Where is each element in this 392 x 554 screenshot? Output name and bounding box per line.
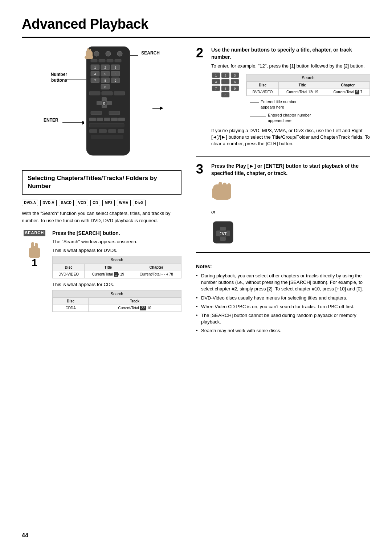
svg-text:1: 1 (94, 66, 96, 69)
step2-col-title: Title (279, 82, 326, 89)
notes-divider (196, 252, 370, 253)
svg-rect-95 (223, 183, 226, 189)
step2-annotations: Entered title numberappears here Entered… (250, 99, 370, 124)
svg-rect-38 (114, 91, 125, 95)
notes-title: Notes: (196, 263, 370, 270)
step2-annotation2: Entered chapter numberappears here (250, 113, 370, 124)
svg-rect-94 (219, 182, 222, 189)
step3-title: Press the Play [►] or [ENTER] button to … (211, 163, 370, 177)
svg-text:5: 5 (104, 72, 106, 76)
step1-dvd-col-chapter: Chapter (132, 264, 181, 271)
step1-cd-disc-val: CDDA (53, 305, 89, 312)
page-title: Advanced Playback (22, 15, 370, 34)
svg-text:E: E (103, 102, 105, 105)
step1-number: 1 (32, 258, 37, 268)
remote-label-number-buttons: Number buttons (40, 72, 67, 83)
svg-rect-101 (216, 231, 220, 236)
step1-content: Press the [SEARCH] button. The "Search" … (52, 230, 181, 315)
svg-rect-57 (91, 135, 123, 139)
svg-text:3: 3 (114, 66, 116, 69)
step1-hand-icon (25, 238, 44, 258)
title-divider (22, 37, 370, 38)
badge-mp3: MP3 (102, 200, 114, 206)
step1-dvd-disc-val: DVD-VIDEO (53, 271, 85, 278)
step2-chapter-val: Current/Total 5 7 (326, 89, 369, 95)
svg-rect-61 (91, 52, 93, 58)
svg-text:7: 7 (215, 87, 217, 90)
svg-rect-51 (118, 118, 125, 121)
svg-rect-13 (99, 59, 105, 62)
left-column: Number buttons SEARCH ENTER (22, 46, 181, 336)
step1-dvd-table: Search Disc Title Chapter DVD-VIDEO Curr… (52, 256, 181, 278)
step1-dvd-chapter-val: Current/Total - - -/ 78 (132, 271, 181, 278)
right-column: 2 Use the number buttons to specify a ti… (196, 46, 370, 336)
svg-text:4: 4 (215, 80, 217, 84)
svg-text:6: 6 (114, 72, 116, 76)
section-heading: Selecting Chapters/Titles/Tracks/ Folder… (28, 174, 176, 190)
remote-body: 1 2 3 4 5 6 7 (83, 46, 134, 161)
svg-rect-49 (104, 118, 110, 121)
step1-desc3: This is what appears for CDs. (52, 281, 181, 288)
annotation1-arrow (250, 99, 261, 106)
svg-text:3: 3 (234, 74, 236, 77)
step1-cd-table: Search Disc Track CDDA Current/Total 22 … (52, 290, 181, 312)
svg-text:6: 6 (234, 80, 236, 84)
svg-rect-63 (89, 49, 91, 53)
hand-search-icon (83, 45, 95, 61)
remote-label-enter: ENTER (44, 117, 58, 123)
svg-rect-62 (87, 48, 89, 53)
svg-rect-102 (226, 231, 230, 236)
badge-cd: CD (90, 200, 100, 206)
svg-text:9: 9 (114, 79, 116, 82)
annotation2-text: Entered chapter numberappears here (268, 113, 311, 124)
step2-disc-val: DVD-VIDEO (247, 89, 279, 95)
svg-point-11 (117, 51, 122, 56)
badge-dvdv: DVD-V (40, 200, 57, 206)
svg-rect-68 (31, 242, 34, 249)
svg-rect-15 (115, 59, 121, 62)
step1-cd-track-val: Current/Total 22 10 (89, 305, 181, 312)
remote-illustration: Number buttons SEARCH ENTER (40, 46, 163, 163)
step2-title: Use the number buttons to specify a titl… (211, 46, 370, 61)
step1-cd-table-title: Search (53, 290, 181, 298)
note-item-3: When Video CD PBC is on, you can't searc… (196, 304, 370, 310)
step2-desc2: If you're playing a DVD, MP3, WMA, or Di… (211, 127, 370, 147)
svg-rect-60 (86, 52, 87, 58)
svg-rect-45 (91, 111, 102, 115)
step1-search-tag: SEARCH (24, 230, 45, 236)
svg-rect-36 (89, 91, 100, 95)
step1-cd-col-disc: Disc (53, 298, 89, 305)
section-heading-box: Selecting Chapters/Titles/Tracks/ Folder… (22, 170, 181, 195)
step2-annotation1: Entered title numberappears here (250, 99, 370, 110)
svg-text:2: 2 (224, 74, 226, 77)
step3-or-text: or (211, 209, 216, 215)
notes-section: Notes: During playback, you can select o… (196, 260, 370, 334)
svg-text:7: 7 (94, 79, 96, 82)
svg-text:1: 1 (215, 74, 217, 77)
step3-number: 3 (196, 163, 206, 176)
svg-text:8: 8 (224, 87, 226, 90)
step2-col-disc: Disc (247, 82, 279, 89)
format-badges: DVD-A DVD-V SACD VCD CD MP3 WMA DivX (22, 200, 181, 206)
notes-list: During playback, you can select other ch… (196, 273, 370, 334)
arrow-right-col (152, 105, 163, 112)
step1-desc1: The "Search" window appears onscreen. (52, 239, 181, 245)
svg-rect-55 (108, 129, 116, 133)
svg-rect-54 (99, 129, 107, 133)
step2-numpad-svg: 1 2 3 4 5 6 (211, 72, 244, 101)
step2-dvd-table: Search Disc Title Chapter DVD-VIDEO Curr… (246, 74, 370, 96)
svg-rect-103 (220, 237, 226, 241)
svg-text:9: 9 (234, 87, 236, 90)
svg-text:ENT: ENT (219, 232, 226, 236)
step1-icon: SEARCH 1 (22, 230, 47, 268)
svg-rect-50 (111, 118, 118, 121)
svg-rect-46 (109, 111, 120, 115)
svg-rect-53 (89, 129, 97, 133)
step2-col-chapter: Chapter (326, 82, 369, 89)
badge-vcd: VCD (76, 200, 88, 206)
section-intro-text: With the "Search" function you can selec… (22, 210, 181, 224)
svg-rect-93 (212, 188, 216, 198)
svg-rect-14 (107, 59, 113, 62)
step2-numpad: 1 2 3 4 5 6 (211, 72, 244, 103)
step3-icons: or ENT (211, 179, 370, 245)
